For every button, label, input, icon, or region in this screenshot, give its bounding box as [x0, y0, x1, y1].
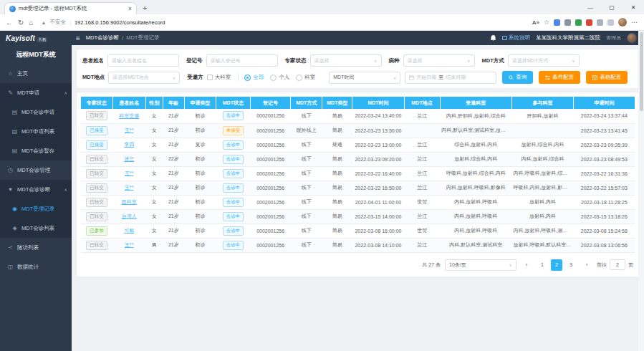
radio-all[interactable] — [244, 74, 251, 81]
sidebar-item-followup-list[interactable]: ≺ 随访列表 — [0, 238, 72, 257]
radio-personal-label[interactable]: 个人 — [279, 74, 289, 81]
expert-status-select[interactable]: 请选择∨ — [310, 54, 382, 67]
cell-invited: 内科,默认科室,测试科室 — [440, 238, 511, 252]
browser-tab[interactable]: mdt受理记录 - 远程MDT系统 × — [4, 2, 137, 14]
status-badge: 会诊中 — [223, 155, 244, 164]
next-page-button[interactable]: › — [581, 259, 592, 271]
sidebar-item-consult-draft[interactable]: ▤ MDT会诊暂存 — [0, 141, 72, 160]
page-button-3[interactable]: 3 — [565, 259, 577, 271]
minimize-icon[interactable]: — — [580, 0, 601, 14]
patient-name-link[interactable]: 王** — [125, 242, 133, 247]
sidebar-item-statistics[interactable]: ◫ 数据统计 — [0, 257, 72, 277]
extension-icon-4[interactable] — [586, 19, 592, 26]
read-aloud-icon[interactable]: A» — [532, 19, 539, 26]
sidebar-item-accept-record[interactable]: ◉ MDT受理记录 — [0, 199, 72, 218]
cell-invited: 放射科,综合科,内科 — [440, 152, 511, 166]
goto-page-input[interactable] — [610, 259, 625, 270]
column-header: MDT状态 — [216, 97, 250, 109]
mdt-place-select[interactable]: 请选择MDT地点∨ — [108, 72, 180, 84]
cell-apply-time: 2022-03-15 13:18:26 — [574, 209, 635, 223]
patient-name-input[interactable]: 请输入患者姓名 — [107, 54, 179, 67]
bell-icon[interactable] — [490, 34, 496, 42]
patient-name-link[interactable]: 王** — [125, 185, 133, 190]
cell-name: 王** — [112, 123, 145, 138]
cell-invited: 综合科,放射科,内科 — [440, 138, 511, 152]
patient-name-link[interactable]: 王** — [125, 170, 133, 176]
radio-all-label[interactable]: 全部 — [253, 74, 264, 81]
extension-icon-3[interactable] — [575, 19, 582, 26]
radio-personal[interactable] — [270, 74, 277, 81]
radio-dept[interactable] — [296, 74, 302, 81]
scrollbar-thumb[interactable] — [640, 32, 643, 111]
table-config-button[interactable]: 表格配置 — [586, 71, 628, 84]
breadcrumb-parent[interactable]: MDT会诊诊断 — [86, 34, 119, 42]
cell-mdt-status: 会诊中 — [216, 238, 250, 252]
page-button-2[interactable]: 2 — [551, 259, 562, 271]
cell-age: 21岁 — [163, 223, 184, 238]
disease-select[interactable]: 请选择∨ — [403, 54, 475, 67]
more-menu-icon[interactable]: ⋯ — [631, 19, 638, 26]
sidebar-item-apply-list[interactable]: ▤ MDT申请列表 — [0, 122, 72, 141]
home-button-icon[interactable]: ⌂ — [29, 19, 33, 27]
patient-name-link[interactable]: 张三 — [124, 156, 134, 161]
system-help[interactable]: 系统说明 — [502, 34, 530, 42]
user-avatar[interactable] — [627, 33, 637, 43]
condition-config-button[interactable]: 条件配置 — [539, 71, 580, 84]
status-badge: 已转交 — [86, 111, 107, 120]
register-no-input[interactable]: 请输入登记号 — [206, 54, 278, 67]
sidebar-collapse-icon[interactable]: ≡ — [76, 34, 80, 42]
dept-checkbox-label[interactable]: 大科室 — [215, 74, 231, 81]
cell-age: 21岁 — [163, 123, 184, 138]
cell-reg-no: 0002001256 — [251, 181, 291, 195]
cell-mode: 线下 — [291, 195, 322, 209]
tab-close-icon[interactable]: × — [128, 6, 132, 12]
page-scrollbar[interactable] — [638, 31, 644, 351]
patient-name-link[interactable]: 图科室 — [122, 199, 137, 204]
maximize-icon[interactable]: ▢ — [601, 0, 623, 14]
heart-icon: ♥ — [7, 186, 14, 193]
patient-name-link[interactable]: 台湾人 — [122, 213, 137, 218]
status-badge: 已转交 — [86, 155, 107, 164]
page-size-select[interactable]: 10条/页∨ — [445, 259, 516, 271]
cell-mdt-status: 会诊中 — [216, 109, 250, 123]
sidebar-item-consult-manage[interactable]: ◷ MDT会诊管理 — [0, 160, 72, 180]
favorites-star-icon[interactable]: ☆ — [544, 19, 549, 26]
page-button-1[interactable]: 1 — [537, 259, 548, 271]
patient-name-link[interactable]: 王** — [125, 128, 133, 133]
clock-icon: ◷ — [7, 167, 14, 173]
date-range-input[interactable]: 开始日期 至 结束日期 — [405, 72, 496, 84]
reload-icon[interactable]: ↻ — [18, 19, 24, 27]
prev-page-button[interactable]: ‹ — [521, 259, 532, 271]
close-icon[interactable]: ✕ — [623, 0, 644, 14]
cell-type: 简易 — [322, 109, 352, 123]
patient-name-link[interactable]: 李四 — [124, 142, 134, 147]
sidebar-group-header-mdt-apply[interactable]: ✎ MDT申请 ∧ — [0, 83, 72, 102]
sidebar-item-label: MDT会诊管理 — [17, 167, 50, 174]
time-field-select[interactable]: MDT时间∨ — [329, 72, 400, 84]
cell-participated: 内科,呼吸科,放射科,综合科 — [511, 166, 573, 181]
search-button[interactable]: 查询 — [502, 71, 533, 84]
cell-type: 简易 — [322, 195, 352, 209]
extension-icon-5[interactable] — [597, 19, 603, 26]
sidebar-item-home[interactable]: ⌂ 主页 — [0, 64, 72, 83]
extension-icon-6[interactable] — [607, 19, 614, 26]
sidebar-item-label: MDT会诊诊断 — [17, 186, 50, 193]
cell-type: 疑难 — [322, 138, 352, 152]
extension-icon-1[interactable] — [554, 19, 560, 26]
table-row: 已转交王**女21岁初诊会诊中0002001256线下简易2022-03-22 … — [81, 181, 635, 195]
radio-dept-label[interactable]: 科室 — [304, 74, 315, 81]
back-icon[interactable]: ← — [6, 19, 13, 27]
browser-profile-avatar[interactable] — [618, 18, 627, 27]
dept-checkbox[interactable] — [207, 74, 213, 80]
patient-name-link[interactable]: 科室受邀 — [119, 113, 139, 118]
new-tab-icon[interactable]: + — [143, 4, 147, 12]
extension-icon-2[interactable] — [564, 19, 571, 26]
url-bar[interactable]: ▲ 不安全 | 192.168.0.156:9002/consultate/re… — [38, 19, 527, 26]
sidebar-item-consult-apply[interactable]: ▤ MDT会诊申请 — [0, 102, 72, 122]
mdt-mode-label: MDT方式 — [482, 57, 504, 64]
sidebar-item-consult-list[interactable]: ◈ MDT会诊列表 — [0, 218, 72, 238]
mdt-mode-select[interactable]: 请选择MDT方式∨ — [508, 54, 580, 67]
patient-name-link[interactable]: 可戴 — [124, 228, 134, 233]
sidebar-group-header-mdt-diagnosis[interactable]: ♥ MDT会诊诊断 ∧ — [0, 180, 72, 199]
cell-name: 李四 — [112, 138, 145, 152]
